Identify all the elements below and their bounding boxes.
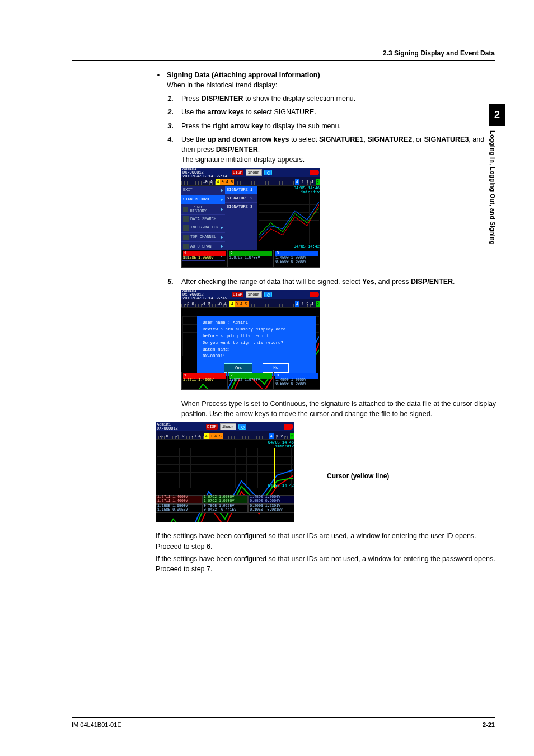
footer-docid: IM 04L41B01-01E (72, 721, 121, 728)
search-icon (183, 216, 189, 222)
step-num-3: 3. (166, 121, 174, 131)
value-strip: 11.1585 1.0500V 21.0792 1.0700V 31.4590 … (181, 250, 320, 268)
submenu-signature2[interactable]: SIGNATURE 2 (225, 194, 257, 203)
speaker-icon[interactable] (284, 424, 293, 430)
range-button[interactable]: 1hour (246, 291, 262, 298)
step-num-1: 1. (166, 94, 174, 104)
trend-graph: 04/05 14:461min/div 04/05 14:42 (257, 186, 320, 250)
chapter-number: 2 (489, 104, 505, 126)
range-button[interactable]: 1hour (246, 169, 262, 176)
step-num-4: 4. (166, 134, 174, 165)
step4-appears: The signature initiation display appears… (181, 155, 497, 165)
span-icon (183, 244, 189, 249)
info-icon (183, 225, 189, 231)
step-num-5: 5. (166, 277, 174, 287)
bullet-icon: • (156, 70, 161, 90)
screenshot-2: Admin1DX-000012 2010/04/05 14:55:45 DISP… (181, 290, 497, 390)
signature-submenu[interactable]: SIGNATURE 1 SIGNATURE 2 SIGNATURE 3 (225, 186, 257, 250)
bullet-subtitle: When in the historical trend display: (167, 81, 277, 89)
speaker-icon[interactable] (310, 170, 319, 175)
trend-icon (183, 207, 188, 212)
channel-icon (183, 235, 189, 240)
speaker-icon[interactable] (310, 292, 319, 297)
camera-icon[interactable] (264, 292, 272, 297)
submenu-signature3[interactable]: SIGNATURE 3 (225, 203, 257, 211)
para-continuous: When Process type is set to Continuous, … (181, 399, 497, 419)
disp-badge: DISP (232, 292, 243, 297)
disp-menu[interactable]: EXIT▶ SIGN RECORD▶ TREND HISTORY▶ DATA S… (181, 186, 225, 250)
step-num-2: 2. (166, 107, 174, 117)
range-button[interactable]: 1hour (220, 423, 236, 430)
camera-icon[interactable] (238, 424, 246, 430)
menu-sign-record[interactable]: SIGN RECORD▶ (181, 195, 225, 205)
screenshot-3: Admin1DX-000012 DISP 1hour -2.0 -1.2 -0.… (156, 422, 497, 522)
camera-icon[interactable] (264, 170, 272, 175)
para-if-no-userid: If the settings have been configured so … (156, 554, 497, 574)
bullet-title: Signing Data (Attaching approval informa… (167, 71, 320, 79)
disp-badge: DISP (232, 170, 243, 175)
footer-page: 2-21 (483, 721, 495, 728)
para-if-userid: If the settings have been configured so … (156, 531, 497, 551)
disp-badge: DISP (206, 424, 218, 430)
sign-confirm-dialog: User name : Admin1 Review alarm summary … (197, 316, 316, 376)
submenu-signature1[interactable]: SIGNATURE 1 (225, 186, 257, 194)
cursor-callout: Cursor (yellow line) (301, 472, 389, 481)
section-header: 2.3 Signing Display and Event Data (72, 49, 495, 61)
screenshot-1: Admin1DX-000012 2010/04/05 14:55:14 DISP… (181, 168, 497, 268)
